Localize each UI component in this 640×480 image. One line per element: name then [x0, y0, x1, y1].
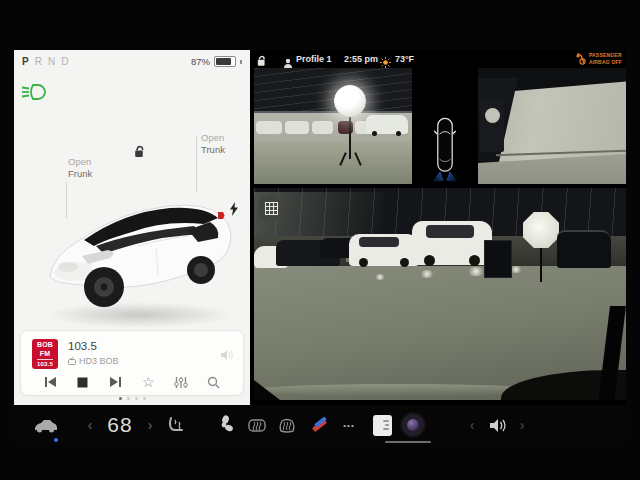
camera-app-button[interactable]	[398, 405, 428, 445]
open-trunk-label-top: Open	[201, 132, 225, 144]
app-launcher-bar: ‹ 68 ›	[14, 405, 626, 445]
radio-app-button[interactable]	[306, 405, 332, 445]
gear-indicator[interactable]: PRND	[22, 56, 74, 67]
octagon-softbox-light	[523, 212, 559, 248]
station-album-art: BOB FM 103.5	[32, 339, 58, 369]
floor-reflection	[466, 267, 486, 276]
camera-scene-dark-suv	[557, 230, 611, 268]
camera-scene-car	[256, 121, 282, 134]
media-player-card[interactable]: BOB FM 103.5 103.5 HD3 BOB	[21, 331, 243, 395]
open-frunk-label-bottom: Frunk	[68, 168, 92, 180]
speaker-icon	[489, 418, 507, 433]
touchscreen-display: PRND 87% Open Frunk Open Trunk	[14, 50, 626, 445]
rear-defrost-button[interactable]	[244, 405, 270, 445]
cabin-temperature-button[interactable]: 68	[100, 405, 140, 445]
airbag-icon	[575, 53, 586, 65]
balloon-work-light	[334, 85, 366, 117]
panel-page-dots[interactable]	[14, 397, 250, 400]
gear-park[interactable]: P	[22, 56, 29, 67]
left-repeater-camera-feed[interactable]	[254, 68, 412, 184]
airbag-warning-text: PASSENGER AIRBAG OFF	[589, 52, 622, 65]
volume-down-button[interactable]: ‹	[464, 405, 480, 445]
battery-status: 87%	[191, 56, 242, 67]
previous-track-button[interactable]	[39, 373, 61, 391]
vehicle-status-panel: PRND 87% Open Frunk Open Trunk	[14, 50, 250, 405]
outside-temperature: 73°F	[395, 54, 414, 64]
open-frunk-button[interactable]: Open Frunk	[68, 156, 92, 181]
volume-up-button[interactable]: ›	[514, 405, 530, 445]
camera-scene-white-hatchback	[349, 234, 419, 266]
camera-scene-light-disc	[485, 108, 500, 123]
rear-camera-feed[interactable]	[254, 188, 626, 400]
camera-scene-white-suv	[366, 115, 408, 134]
next-track-button[interactable]	[105, 373, 127, 391]
camera-scene-floor	[254, 142, 412, 184]
charge-port-bolt-icon[interactable]	[229, 202, 239, 220]
more-apps-button[interactable]: •••	[336, 405, 362, 445]
battery-icon	[214, 56, 236, 67]
favorite-star-button[interactable]: ☆	[137, 373, 159, 391]
volume-button[interactable]	[484, 405, 512, 445]
radio-app-icon	[310, 416, 328, 434]
open-trunk-label-bottom: Trunk	[201, 144, 225, 156]
fan-button[interactable]	[210, 405, 238, 445]
media-subtitle-row: HD3 BOB	[68, 356, 119, 366]
media-controls: ☆	[31, 371, 233, 393]
headlight-on-icon	[21, 83, 47, 105]
recent-app-button[interactable]	[368, 405, 396, 445]
temp-decrease-button[interactable]: ‹	[82, 405, 98, 445]
camera-scene-white-model-y	[412, 221, 492, 265]
active-app-dot	[54, 438, 58, 442]
search-button[interactable]	[203, 373, 225, 391]
battery-percent-label: 87%	[191, 56, 210, 67]
camera-grid-view-button[interactable]	[259, 196, 283, 220]
white-app-icon	[373, 415, 392, 436]
unlocked-icon[interactable]	[133, 144, 146, 162]
open-trunk-button[interactable]: Open Trunk	[201, 132, 225, 157]
floor-reflection	[419, 270, 435, 278]
camera-scene-equipment-crate	[484, 240, 512, 278]
equalizer-button[interactable]	[170, 373, 192, 391]
camera-scene-car	[285, 121, 309, 134]
camera-app-icon	[400, 412, 426, 438]
floor-reflection	[374, 274, 386, 280]
camera-scene-ceiling	[254, 68, 412, 112]
vehicle-proximity-panel	[412, 68, 478, 184]
camera-app-area: Profile 1 2:55 pm 73°F	[254, 50, 626, 405]
clock: 2:55 pm	[344, 54, 378, 64]
front-defrost-button[interactable]	[274, 405, 300, 445]
light-stand-pole	[349, 117, 351, 159]
gear-drive[interactable]: D	[61, 56, 68, 67]
art-line: BOB	[37, 341, 53, 348]
hd-radio-icon	[68, 357, 76, 365]
right-repeater-camera-feed[interactable]	[478, 68, 626, 184]
top-status-bar: Profile 1 2:55 pm 73°F	[254, 50, 626, 68]
temp-increase-button[interactable]: ›	[142, 405, 158, 445]
open-frunk-label-top: Open	[68, 156, 92, 168]
art-line: 103.5	[37, 359, 53, 367]
gear-neutral[interactable]: N	[48, 56, 55, 67]
floor-light-band	[254, 384, 544, 396]
camera-scene-car	[312, 121, 333, 134]
profile-name[interactable]: Profile 1	[296, 54, 332, 64]
seat-heater-button[interactable]	[162, 405, 190, 445]
battery-icon-tip	[240, 60, 242, 64]
passenger-airbag-status: PASSENGER AIRBAG OFF	[575, 52, 622, 65]
media-subtitle: HD3 BOB	[79, 356, 119, 366]
audio-output-icon[interactable]	[220, 347, 233, 365]
art-line: FM	[40, 350, 51, 357]
active-app-underline	[385, 441, 431, 443]
stop-button[interactable]	[72, 373, 94, 391]
gear-reverse[interactable]: R	[35, 56, 42, 67]
taillight-indicator-icon	[217, 206, 225, 224]
softbox-stand-pole	[540, 246, 542, 282]
media-title: 103.5	[68, 340, 97, 352]
top-down-car-avatar	[423, 116, 467, 182]
